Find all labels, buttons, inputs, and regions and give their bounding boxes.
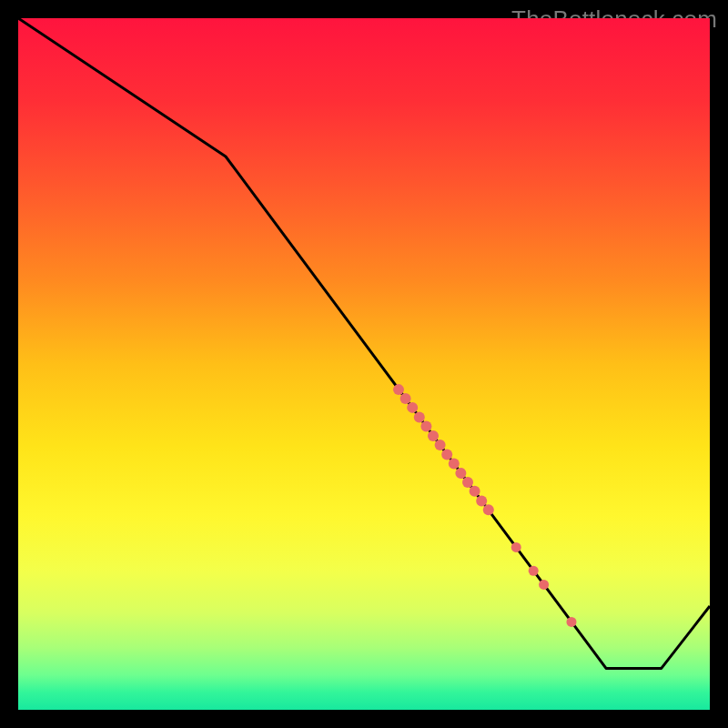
marker-point [470,486,480,497]
marker-point [420,420,431,431]
marker-point [393,384,404,395]
marker-point [407,402,418,413]
marker-point [441,450,452,460]
marker-point [462,477,473,488]
chart-svg [18,18,710,710]
marker-point [567,617,577,627]
marker-point [539,580,549,590]
plot-area [18,18,710,710]
marker-point [428,430,439,441]
marker-point [400,393,411,404]
gradient-background [18,18,710,710]
marker-point [435,440,446,450]
marker-point [529,566,539,576]
marker-point [449,458,460,469]
marker-point [511,542,521,552]
chart-frame: TheBottleneck.com [0,0,728,728]
marker-point [476,495,487,506]
marker-point [414,412,425,423]
marker-point [455,468,466,479]
marker-point [483,504,494,515]
